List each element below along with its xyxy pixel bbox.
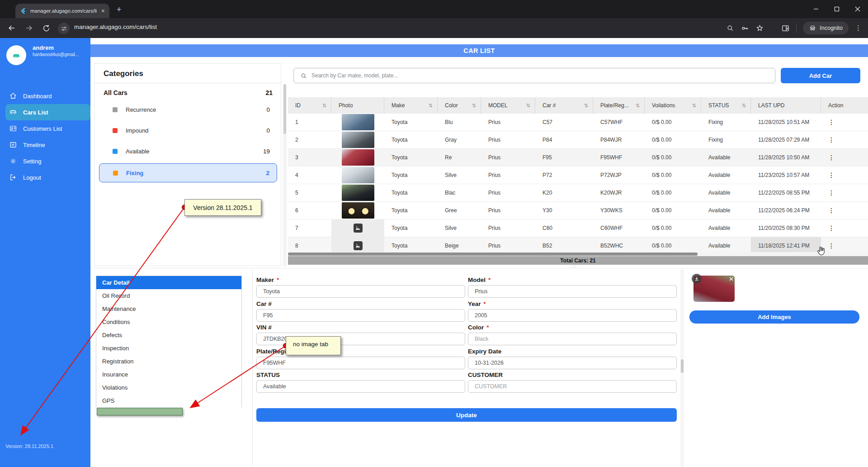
sidebar-item-setting[interactable]: Setting: [0, 153, 90, 169]
table-row[interactable]: 5 Toyota Blac Prius K20 K20WJR 0/$ 0.00 …: [288, 184, 868, 202]
reload-icon[interactable]: [41, 23, 52, 33]
car-photo: [342, 167, 374, 183]
category-recurrence[interactable]: Recurrence 0: [99, 100, 277, 119]
table-row[interactable]: 4 Toyota Silve Prius P72 P72WJP 0/$ 0.00…: [288, 167, 868, 184]
search-tabs-icon[interactable]: [726, 24, 734, 32]
expiry-date-label: Expiry Date: [468, 348, 501, 355]
back-icon[interactable]: [6, 23, 17, 33]
update-button[interactable]: Update: [256, 408, 677, 422]
row-actions-kebab-icon[interactable]: ⋮: [828, 154, 835, 161]
tab-inspection[interactable]: Inspection: [96, 342, 241, 355]
table-row-selected[interactable]: 3 Toyota Re Prius F95 F95WHF 0/$ 0.00 Av…: [288, 149, 868, 167]
customer-label: CUSTOMER: [468, 372, 503, 378]
detail-divider: [252, 269, 253, 467]
add-car-button[interactable]: Add Car: [781, 68, 860, 83]
bookmark-star-icon[interactable]: [755, 24, 764, 33]
address-bar[interactable]: manager.alugago.com/cars/list: [74, 24, 157, 30]
table-row[interactable]: 1 Toyota Blu Prius C57 C57WHF 0/$ 0.00 F…: [288, 114, 868, 131]
year-label: Year*: [468, 300, 486, 307]
sidebar-item-cars-list[interactable]: Cars List: [5, 104, 90, 120]
window-close-icon[interactable]: [847, 0, 868, 18]
table-row[interactable]: 7 Toyota Silve Prius C60 C60WHF 0/$ 0.00…: [288, 219, 868, 237]
sidebar-item-customers-list[interactable]: Customers List: [0, 120, 90, 137]
tab-close-icon[interactable]: ×: [100, 7, 106, 14]
tab-oil-record[interactable]: Oil Record: [96, 289, 241, 302]
tab-conditions[interactable]: Conditions: [96, 315, 241, 329]
col-color[interactable]: Color⇅: [438, 97, 481, 114]
plate-field[interactable]: [256, 357, 465, 369]
site-info-icon[interactable]: [58, 23, 70, 34]
row-actions-kebab-icon[interactable]: ⋮: [828, 242, 835, 249]
avatar[interactable]: [6, 45, 26, 65]
search-icon: [300, 72, 307, 79]
row-actions-kebab-icon[interactable]: ⋮: [828, 172, 835, 179]
new-tab-button[interactable]: +: [117, 5, 122, 14]
row-actions-kebab-icon[interactable]: ⋮: [828, 224, 835, 232]
tab-maintenance[interactable]: Maintenance: [96, 302, 241, 315]
year-field[interactable]: [468, 309, 677, 322]
maker-field[interactable]: [256, 285, 465, 298]
model-field[interactable]: [468, 285, 677, 298]
incognito-badge[interactable]: Incognito: [803, 22, 849, 34]
category-fixing[interactable]: Fixing 2: [99, 163, 277, 182]
tab-registration[interactable]: Registration: [96, 355, 241, 368]
tab-violations[interactable]: Violations: [96, 381, 241, 394]
search-input[interactable]: [311, 72, 775, 79]
browser-menu-icon[interactable]: ⋮: [855, 24, 862, 32]
row-actions-kebab-icon[interactable]: ⋮: [828, 119, 835, 126]
color-field[interactable]: [468, 333, 677, 345]
download-image-icon[interactable]: [692, 274, 702, 284]
table-row[interactable]: 6 Toyota Gree Prius Y30 Y30WKS 0/$ 0.00 …: [288, 202, 868, 219]
col-make[interactable]: Make⇅: [384, 97, 438, 114]
detail-scrollbar[interactable]: [680, 269, 684, 467]
customer-field[interactable]: [468, 380, 677, 393]
tab-insurance[interactable]: Insurance: [96, 368, 241, 381]
vin-label: VIN #: [256, 324, 272, 331]
category-available[interactable]: Available 19: [99, 142, 277, 161]
app-sidebar: andrem hardwood4us@gmail... Dashboard Ca…: [0, 38, 90, 467]
col-id[interactable]: ID⇅: [288, 97, 331, 114]
categories-panel: Categories All Cars 21 Recurrence 0 Impo…: [94, 63, 281, 266]
row-actions-kebab-icon[interactable]: ⋮: [828, 136, 835, 143]
page-title: CAR LIST: [90, 44, 868, 57]
categories-scrollbar[interactable]: [283, 84, 287, 266]
category-impound[interactable]: Impound 0: [99, 121, 277, 140]
row-actions-kebab-icon[interactable]: ⋮: [828, 189, 835, 196]
table-horizontal-scrollbar[interactable]: [288, 252, 868, 256]
category-all-cars[interactable]: All Cars 21: [94, 83, 281, 96]
col-violations[interactable]: Voilations⇅: [645, 97, 701, 114]
category-count: 2: [266, 170, 269, 176]
customers-icon: [9, 124, 17, 133]
col-plate[interactable]: Plate/Reg...⇅: [593, 97, 645, 114]
table-footer-total: Total Cars: 21: [288, 256, 868, 265]
car-no-field[interactable]: [256, 309, 465, 322]
model-label: Model*: [468, 276, 491, 283]
user-name: andrem: [33, 44, 54, 51]
sidebar-item-dashboard[interactable]: Dashboard: [0, 88, 90, 104]
browser-tab[interactable]: manager.alugago.com/cars/list ×: [15, 4, 109, 18]
tab-defects[interactable]: Defects: [96, 329, 241, 342]
car-photo: [342, 132, 374, 148]
car-image-thumbnail[interactable]: ✕: [693, 276, 735, 302]
window-maximize-icon[interactable]: [826, 0, 847, 18]
sidebar-item-logout[interactable]: Logout: [0, 169, 90, 186]
status-field[interactable]: [256, 380, 465, 393]
fixing-color-swatch: [113, 171, 118, 176]
window-minimize-icon[interactable]: [806, 0, 826, 18]
forward-icon[interactable]: [24, 23, 34, 33]
expiry-date-field[interactable]: [468, 357, 677, 369]
side-panel-icon[interactable]: [781, 24, 790, 33]
tab-car-detail[interactable]: Car Detail: [96, 276, 241, 289]
col-status[interactable]: STATUS⇅: [701, 97, 751, 114]
password-key-icon[interactable]: [741, 24, 749, 33]
search-box: [293, 68, 775, 83]
col-model[interactable]: MODEL⇅: [481, 97, 535, 114]
tab-gps[interactable]: GPS: [96, 394, 241, 407]
sidebar-item-timeline[interactable]: Timeline: [0, 137, 90, 153]
col-car-no[interactable]: Car #⇅: [535, 97, 593, 114]
cell-id: 2: [288, 131, 331, 148]
remove-image-icon[interactable]: ✕: [729, 276, 734, 282]
row-actions-kebab-icon[interactable]: ⋮: [828, 207, 835, 214]
add-images-button[interactable]: Add Images: [689, 310, 859, 324]
table-row[interactable]: 2 Toyota Gray Prius P84 P84WJR 0/$ 0.00 …: [288, 131, 868, 149]
